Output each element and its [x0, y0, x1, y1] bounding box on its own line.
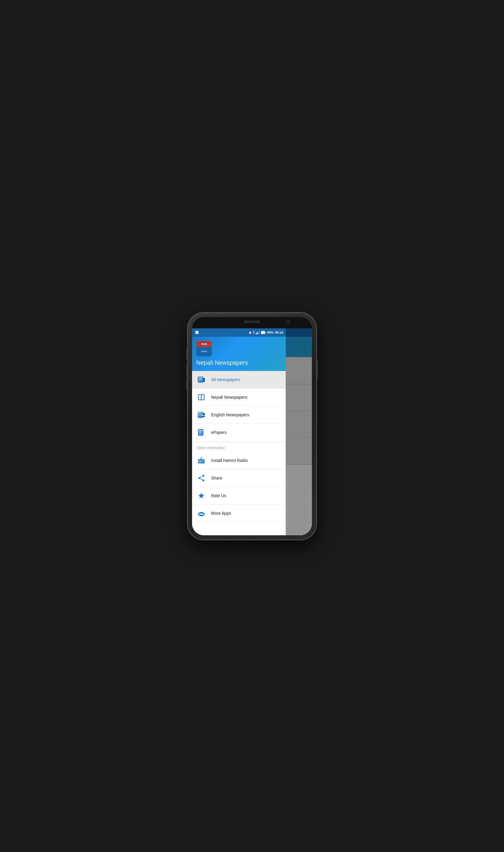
- status-image-icon: ⬜: [195, 331, 199, 334]
- svg-rect-11: [198, 378, 202, 378]
- menu-item-share[interactable]: Share: [192, 469, 286, 487]
- svg-rect-31: [199, 431, 203, 432]
- radio-icon: [197, 456, 206, 465]
- svg-rect-15: [203, 378, 205, 382]
- svg-point-44: [202, 479, 204, 481]
- battery-icon: [261, 331, 266, 334]
- svg-point-42: [202, 475, 204, 476]
- svg-point-51: [202, 513, 204, 515]
- newspaper-icon: [197, 375, 206, 384]
- more-apps-icon: [197, 509, 206, 518]
- svg-rect-34: [199, 434, 203, 435]
- svg-rect-30: [199, 430, 203, 431]
- star-icon: [197, 491, 206, 500]
- menu-item-nepali-newspapers-label: Nepali Newspapers: [211, 395, 247, 400]
- svg-rect-22: [200, 412, 203, 413]
- menu-item-all-newspapers-label: All Newspapers: [211, 377, 240, 382]
- svg-point-37: [200, 461, 201, 461]
- svg-marker-47: [198, 493, 204, 498]
- share-icon: [197, 474, 206, 483]
- menu-item-english-newspapers-label: English Newspapers: [211, 413, 249, 417]
- menu-item-more-apps[interactable]: More Apps: [192, 505, 286, 522]
- phone-screen: Nepali Newspapers िपुर पाटी: [192, 328, 312, 535]
- svg-rect-0: [256, 333, 256, 334]
- phone-speaker: [244, 321, 260, 323]
- svg-rect-13: [198, 380, 202, 381]
- svg-rect-18: [202, 395, 204, 400]
- svg-rect-38: [202, 460, 204, 461]
- svg-rect-32: [199, 432, 203, 433]
- status-time: 09:16: [275, 331, 283, 334]
- menu-item-rate-us-label: Rate Us: [211, 493, 226, 498]
- drawer-overlay[interactable]: [286, 328, 312, 535]
- svg-point-50: [201, 513, 202, 515]
- svg-rect-1: [257, 332, 258, 334]
- menu-item-install-radio-label: Install Hamro Radio: [211, 458, 248, 463]
- menu-item-english-newspapers[interactable]: NEWS English Newspapers: [192, 406, 286, 424]
- svg-rect-3: [259, 331, 260, 334]
- svg-rect-39: [202, 461, 203, 461]
- drawer-header: नेपाली समाचार Nepali Newspapers: [192, 337, 286, 371]
- drawer-title: Nepali Newspapers: [196, 359, 282, 366]
- svg-text:NEWS: NEWS: [202, 415, 205, 416]
- epapers-icon: [197, 428, 206, 437]
- drawer-panel: ⬜ ⏰ 2: [192, 328, 286, 535]
- svg-rect-2: [258, 332, 258, 334]
- svg-line-46: [200, 478, 203, 480]
- svg-rect-12: [198, 379, 202, 379]
- battery-percent: 99%: [267, 331, 273, 334]
- svg-line-41: [200, 457, 202, 459]
- logo-line2: समाचार: [201, 350, 207, 353]
- app-logo: नेपाली समाचार: [196, 341, 212, 356]
- svg-rect-6: [261, 331, 265, 334]
- menu-item-epapers[interactable]: ePapers: [192, 424, 286, 441]
- menu-item-share-label: Share: [211, 476, 222, 481]
- svg-rect-5: [265, 332, 266, 333]
- book-icon: [197, 393, 206, 402]
- menu-item-all-newspapers[interactable]: All Newspapers: [192, 371, 286, 388]
- drawer: ⬜ ⏰ 2: [192, 328, 312, 535]
- menu-item-rate-us[interactable]: Rate Us: [192, 487, 286, 505]
- svg-rect-40: [202, 462, 204, 463]
- phone-screen-wrapper: Nepali Newspapers िपुर पाटी: [192, 317, 312, 535]
- svg-rect-21: [198, 412, 199, 414]
- menu-item-more-apps-label: More Apps: [211, 511, 231, 515]
- svg-rect-14: [198, 381, 201, 381]
- svg-point-43: [198, 477, 200, 479]
- svg-rect-19: [201, 394, 202, 400]
- svg-text:नेपाली: नेपाली: [201, 343, 207, 346]
- drawer-status-bar: ⬜ ⏰ 2: [192, 328, 286, 337]
- phone-camera: [287, 320, 290, 323]
- menu-list: All Newspapers: [192, 371, 286, 535]
- svg-rect-26: [198, 416, 201, 417]
- status-sim-icon: 2: [253, 331, 255, 334]
- svg-line-45: [200, 476, 203, 477]
- phone-top-bar: [192, 317, 312, 328]
- svg-rect-33: [199, 433, 202, 434]
- svg-rect-23: [200, 413, 203, 414]
- flag-top-icon: नेपाली: [199, 342, 209, 346]
- svg-point-49: [199, 513, 201, 515]
- phone-frame: Nepali Newspapers िपुर पाटी: [188, 313, 316, 540]
- menu-item-nepali-newspapers[interactable]: Nepali Newspapers: [192, 388, 286, 406]
- signal-icon: [256, 331, 260, 334]
- status-alarm-icon: ⏰: [248, 331, 252, 334]
- other-information-section: Other Information: [192, 442, 286, 452]
- news-icon: NEWS: [197, 410, 206, 419]
- menu-item-epapers-label: ePapers: [211, 430, 227, 435]
- menu-item-install-radio[interactable]: Install Hamro Radio: [192, 452, 286, 469]
- svg-rect-17: [199, 395, 201, 400]
